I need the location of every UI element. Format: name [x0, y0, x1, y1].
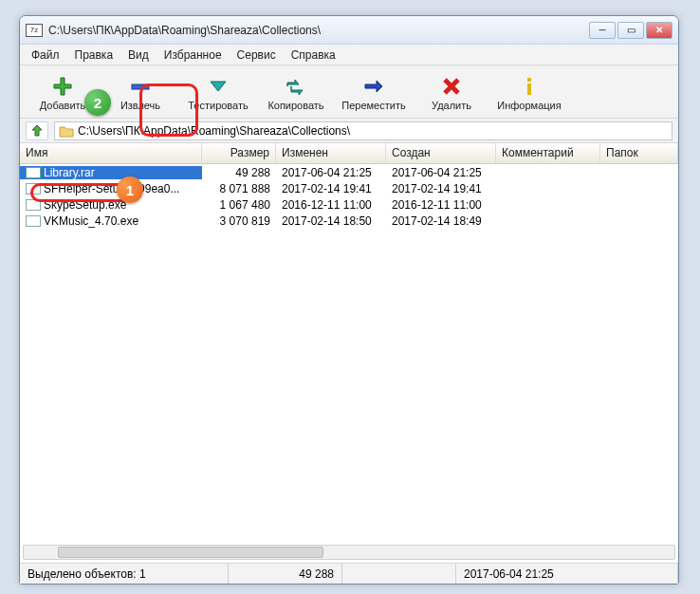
delete-icon — [438, 75, 465, 98]
file-modified: 2017-02-14 19:41 — [276, 182, 386, 195]
menu-favorites[interactable]: Избранное — [158, 46, 228, 64]
exe-file-icon — [26, 215, 41, 227]
window-buttons: ─ ▭ ✕ — [589, 22, 672, 39]
scrollbar-thumb[interactable] — [58, 547, 323, 558]
menu-view[interactable]: Вид — [122, 46, 155, 64]
file-modified: 2017-06-04 21:25 — [276, 166, 386, 179]
file-created: 2017-02-14 18:49 — [386, 214, 496, 228]
file-name: Library.rar — [44, 166, 95, 179]
info-icon — [516, 75, 543, 98]
copy-label: Копировать — [267, 100, 323, 111]
delete-button[interactable]: Удалить — [413, 69, 490, 117]
file-row[interactable]: SkypeSetup.exe 1 067 480 2016-12-11 11:0… — [20, 196, 678, 213]
horizontal-scrollbar[interactable] — [23, 545, 675, 560]
column-headers[interactable]: Имя Размер Изменен Создан Комментарий Па… — [20, 143, 678, 164]
header-created[interactable]: Создан — [386, 143, 496, 163]
titlebar[interactable]: 7z C:\Users\ПК\AppData\Roaming\Shareaza\… — [20, 16, 678, 45]
window-title: C:\Users\ПК\AppData\Roaming\Shareaza\Col… — [48, 24, 589, 37]
info-label: Информация — [497, 100, 561, 111]
file-name: VKMusic_4.70.exe — [44, 214, 138, 228]
move-icon — [360, 75, 387, 98]
copy-button[interactable]: Копировать — [257, 69, 335, 117]
rar-file-icon — [26, 167, 41, 178]
header-folders[interactable]: Папок — [600, 143, 678, 163]
path-text: C:\Users\ПК\AppData\Roaming\Shareaza\Col… — [78, 124, 350, 138]
exe-file-icon — [26, 199, 41, 211]
file-list[interactable]: Library.rar 49 288 2017-06-04 21:25 2017… — [20, 164, 678, 563]
app-icon: 7z — [26, 24, 43, 37]
minimize-button[interactable]: ─ — [589, 22, 616, 39]
status-date: 2017-06-04 21:25 — [456, 564, 678, 584]
header-size[interactable]: Размер — [202, 143, 276, 163]
status-size: 49 288 — [229, 564, 342, 584]
file-size: 8 071 888 — [202, 182, 276, 195]
file-modified: 2017-02-14 18:50 — [276, 214, 386, 228]
file-name: SkypeSetup.exe — [44, 198, 126, 212]
file-name: SFHelper-Setup-[199ea0... — [44, 182, 179, 195]
folder-icon — [59, 124, 74, 138]
move-button[interactable]: Переместить — [335, 69, 413, 117]
menu-file[interactable]: Файл — [26, 46, 65, 64]
annotation-badge-2: 2 — [84, 89, 111, 116]
test-label: Тестировать — [188, 100, 249, 111]
file-row[interactable]: VKMusic_4.70.exe 3 070 819 2017-02-14 18… — [20, 213, 678, 229]
close-button[interactable]: ✕ — [646, 22, 672, 39]
plus-icon — [49, 75, 76, 98]
menu-edit[interactable]: Правка — [69, 46, 120, 64]
file-modified: 2016-12-11 11:00 — [276, 198, 386, 212]
extract-button[interactable]: Извлечь — [101, 69, 179, 117]
minus-icon — [127, 75, 154, 98]
header-modified[interactable]: Изменен — [276, 143, 386, 163]
svg-rect-0 — [132, 84, 149, 89]
info-button[interactable]: Информация — [490, 69, 568, 117]
menu-tools[interactable]: Сервис — [231, 46, 282, 64]
file-row[interactable]: Library.rar 49 288 2017-06-04 21:25 2017… — [20, 164, 678, 180]
delete-label: Удалить — [432, 100, 471, 111]
status-blank — [342, 564, 456, 584]
svg-rect-1 — [527, 78, 531, 82]
statusbar: Выделено объектов: 1 49 288 2017-06-04 2… — [20, 563, 678, 584]
app-window: 7z C:\Users\ПК\AppData\Roaming\Shareaza\… — [19, 15, 679, 585]
pathbar: C:\Users\ПК\AppData\Roaming\Shareaza\Col… — [20, 119, 678, 143]
test-button[interactable]: Тестировать — [179, 69, 257, 117]
annotation-badge-1: 1 — [117, 176, 143, 203]
path-input[interactable]: C:\Users\ПК\AppData\Roaming\Shareaza\Col… — [54, 121, 672, 140]
check-icon — [205, 75, 231, 98]
copy-icon — [283, 75, 309, 98]
header-name[interactable]: Имя — [20, 143, 202, 163]
maximize-button[interactable]: ▭ — [617, 22, 644, 39]
file-size: 1 067 480 — [202, 198, 276, 212]
toolbar: Добавить Извлечь Тестировать Копировать … — [20, 65, 678, 119]
extract-label: Извлечь — [120, 100, 160, 111]
header-comment[interactable]: Комментарий — [496, 143, 600, 163]
move-label: Переместить — [341, 100, 405, 111]
status-selection: Выделено объектов: 1 — [20, 564, 229, 584]
file-created: 2017-06-04 21:25 — [386, 166, 496, 179]
up-button[interactable] — [26, 121, 48, 140]
menubar: Файл Правка Вид Избранное Сервис Справка — [20, 45, 678, 65]
file-created: 2016-12-11 11:00 — [386, 198, 496, 212]
add-label: Добавить — [40, 100, 86, 111]
svg-rect-2 — [527, 84, 531, 95]
exe-file-icon — [26, 183, 41, 195]
file-created: 2017-02-14 19:41 — [386, 182, 496, 195]
file-size: 3 070 819 — [202, 214, 276, 228]
up-folder-icon — [30, 124, 44, 138]
menu-help[interactable]: Справка — [286, 46, 341, 64]
file-size: 49 288 — [202, 166, 276, 179]
